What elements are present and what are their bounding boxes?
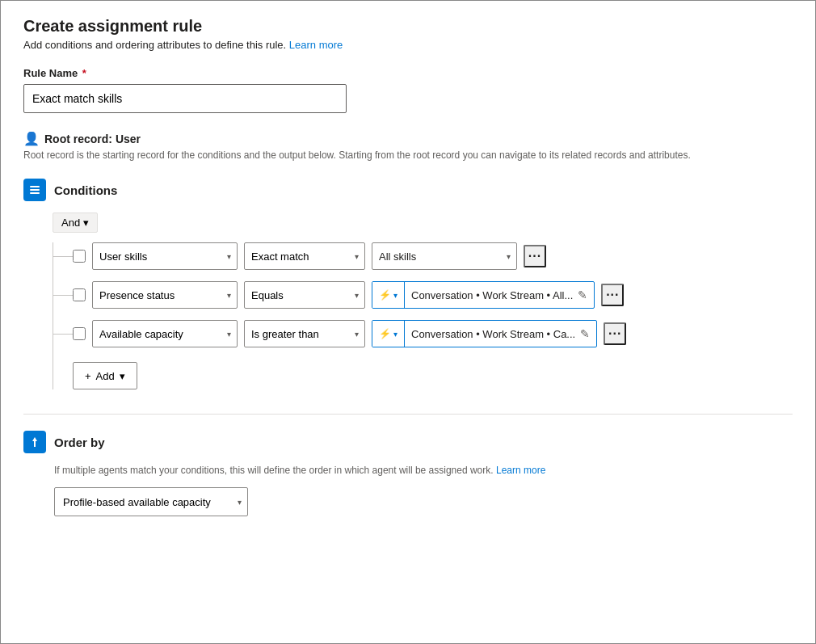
operator-select-wrapper-3: Exact match Equals Is greater than ▾ bbox=[244, 320, 365, 347]
add-chevron-icon: ▾ bbox=[120, 370, 125, 382]
order-by-select-wrapper: Profile-based available capacity Round r… bbox=[54, 487, 793, 516]
page-header: Create assignment rule Add conditions an… bbox=[23, 17, 793, 51]
edit-icon-2[interactable]: ✎ bbox=[578, 288, 587, 301]
condition-checkbox-1[interactable] bbox=[73, 250, 86, 263]
condition-row: User skills Presence status Available ca… bbox=[73, 242, 793, 270]
conditions-header: Conditions bbox=[23, 179, 793, 201]
edit-icon-3[interactable]: ✎ bbox=[580, 327, 590, 340]
page-title: Create assignment rule bbox=[23, 17, 793, 36]
conditions-tree: User skills Presence status Available ca… bbox=[53, 242, 793, 389]
dynamic-value-3: ⚡ ▾ Conversation • Work Stream • Ca... ✎ bbox=[372, 320, 597, 347]
order-by-header: Order by bbox=[23, 431, 793, 453]
root-record-desc: Root record is the starting record for t… bbox=[23, 149, 793, 161]
operator-select-wrapper-1: Exact match Equals Is greater than ▾ bbox=[244, 242, 365, 270]
more-button-1[interactable]: ··· bbox=[524, 245, 546, 267]
field-select-wrapper-3: User skills Presence status Available ca… bbox=[92, 320, 238, 347]
rule-name-field: Rule Name * bbox=[23, 67, 793, 113]
all-skills-wrapper: All skills ▾ bbox=[372, 242, 517, 270]
add-button[interactable]: + Add ▾ bbox=[73, 362, 137, 389]
rule-name-label: Rule Name * bbox=[23, 67, 793, 79]
lightning-chevron-3: ▾ bbox=[393, 330, 397, 339]
condition-checkbox-2[interactable] bbox=[73, 288, 86, 301]
order-by-icon bbox=[23, 431, 46, 453]
svg-marker-3 bbox=[32, 437, 37, 441]
operator-select-3[interactable]: Exact match Equals Is greater than bbox=[244, 320, 365, 347]
field-select-3[interactable]: User skills Presence status Available ca… bbox=[92, 320, 238, 347]
svg-rect-1 bbox=[30, 189, 40, 191]
field-select-wrapper-1: User skills Presence status Available ca… bbox=[92, 242, 238, 270]
condition-checkbox-3[interactable] bbox=[73, 327, 86, 340]
order-by-desc: If multiple agents match your conditions… bbox=[54, 465, 793, 476]
root-record-section: 👤 Root record: User Root record is the s… bbox=[23, 131, 793, 161]
dynamic-value-2: ⚡ ▾ Conversation • Work Stream • All... … bbox=[372, 281, 595, 309]
and-chevron-icon: ▾ bbox=[83, 217, 89, 229]
page-subtitle: Add conditions and ordering attributes t… bbox=[23, 39, 793, 51]
conditions-title: Conditions bbox=[54, 183, 117, 197]
operator-select-wrapper-2: Exact match Equals Is greater than ▾ bbox=[244, 281, 365, 309]
lightning-icon-3: ⚡ bbox=[379, 328, 391, 339]
lightning-button-3[interactable]: ⚡ ▾ bbox=[372, 321, 405, 347]
field-select-wrapper-2: User skills Presence status Available ca… bbox=[92, 281, 238, 309]
conditions-icon bbox=[23, 179, 46, 201]
field-select-2[interactable]: User skills Presence status Available ca… bbox=[92, 281, 238, 309]
order-by-select[interactable]: Profile-based available capacity Round r… bbox=[54, 487, 248, 516]
conditions-section: Conditions And ▾ User skills Presence st… bbox=[23, 179, 793, 389]
svg-rect-2 bbox=[30, 192, 40, 194]
condition-row: User skills Presence status Available ca… bbox=[73, 281, 793, 309]
rule-name-input[interactable] bbox=[23, 84, 347, 113]
order-by-title: Order by bbox=[54, 436, 105, 449]
more-button-2[interactable]: ··· bbox=[601, 284, 624, 306]
and-button[interactable]: And ▾ bbox=[53, 213, 98, 233]
operator-select-1[interactable]: Exact match Equals Is greater than bbox=[244, 242, 365, 270]
lightning-chevron-2: ▾ bbox=[393, 291, 397, 300]
add-plus-icon: + bbox=[85, 370, 91, 382]
user-icon: 👤 bbox=[23, 131, 40, 146]
lightning-button-2[interactable]: ⚡ ▾ bbox=[372, 282, 405, 308]
root-record-header: 👤 Root record: User bbox=[23, 131, 793, 146]
svg-rect-4 bbox=[34, 441, 36, 447]
condition-row: User skills Presence status Available ca… bbox=[73, 320, 793, 347]
svg-rect-0 bbox=[30, 186, 40, 187]
lightning-icon-2: ⚡ bbox=[379, 289, 391, 301]
section-divider bbox=[23, 414, 793, 415]
field-select-1[interactable]: User skills Presence status Available ca… bbox=[92, 242, 238, 270]
learn-more-link[interactable]: Learn more bbox=[289, 39, 343, 51]
value-all-skills: All skills bbox=[372, 242, 517, 270]
dynamic-value-text-2: Conversation • Work Stream • All... ✎ bbox=[405, 288, 594, 301]
operator-select-2[interactable]: Exact match Equals Is greater than bbox=[244, 281, 365, 309]
more-button-3[interactable]: ··· bbox=[604, 322, 626, 345]
order-by-learn-more-link[interactable]: Learn more bbox=[496, 465, 545, 476]
dynamic-value-text-3: Conversation • Work Stream • Ca... ✎ bbox=[405, 327, 596, 340]
order-by-section: Order by If multiple agents match your c… bbox=[23, 431, 793, 516]
